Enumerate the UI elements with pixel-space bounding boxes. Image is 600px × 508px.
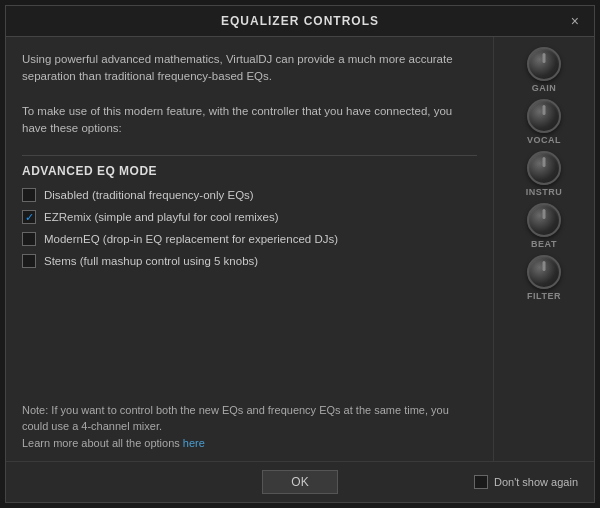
knob-instru[interactable] [527, 151, 561, 185]
option-disabled-label: Disabled (traditional frequency-only EQs… [44, 189, 254, 201]
knob-filter-container: FILTER [527, 255, 561, 301]
checkbox-disabled[interactable] [22, 188, 36, 202]
knob-vocal[interactable] [527, 99, 561, 133]
knob-vocal-label: VOCAL [527, 135, 561, 145]
note-text: Note: If you want to control both the ne… [22, 402, 477, 452]
knob-vocal-container: VOCAL [527, 99, 561, 145]
equalizer-dialog: EQUALIZER CONTROLS × Using powerful adva… [5, 5, 595, 503]
main-panel: Using powerful advanced mathematics, Vir… [6, 37, 494, 461]
option-ezremix[interactable]: EZRemix (simple and playful for cool rem… [22, 210, 477, 224]
dialog-title: EQUALIZER CONTROLS [221, 14, 379, 28]
description-text: Using powerful advanced mathematics, Vir… [22, 51, 477, 137]
dont-show-label: Don't show again [494, 476, 578, 488]
option-moderneq-label: ModernEQ (drop-in EQ replacement for exp… [44, 233, 338, 245]
option-ezremix-label: EZRemix (simple and playful for cool rem… [44, 211, 279, 223]
knob-filter-label: FILTER [527, 291, 561, 301]
checkbox-stems[interactable] [22, 254, 36, 268]
divider [22, 155, 477, 156]
knob-gain-container: GAIN [527, 47, 561, 93]
knob-instru-label: INSTRU [526, 187, 563, 197]
knob-instru-container: INSTRU [526, 151, 563, 197]
right-panel: GAIN VOCAL INSTRU BEAT FILTER [494, 37, 594, 461]
footer: OK Don't show again [6, 461, 594, 502]
option-stems-label: Stems (full mashup control using 5 knobs… [44, 255, 258, 267]
option-moderneq[interactable]: ModernEQ (drop-in EQ replacement for exp… [22, 232, 477, 246]
section-title: ADVANCED EQ MODE [22, 164, 477, 178]
knob-filter[interactable] [527, 255, 561, 289]
dont-show-container[interactable]: Don't show again [474, 475, 578, 489]
knob-beat[interactable] [527, 203, 561, 237]
knob-beat-label: BEAT [531, 239, 557, 249]
note-section: Note: If you want to control both the ne… [22, 394, 477, 452]
option-disabled[interactable]: Disabled (traditional frequency-only EQs… [22, 188, 477, 202]
knob-beat-container: BEAT [527, 203, 561, 249]
content-area: Using powerful advanced mathematics, Vir… [6, 37, 594, 461]
option-list: Disabled (traditional frequency-only EQs… [22, 188, 477, 268]
knob-gain[interactable] [527, 47, 561, 81]
checkbox-moderneq[interactable] [22, 232, 36, 246]
option-stems[interactable]: Stems (full mashup control using 5 knobs… [22, 254, 477, 268]
close-button[interactable]: × [566, 12, 584, 30]
title-bar: EQUALIZER CONTROLS × [6, 6, 594, 37]
knob-gain-label: GAIN [532, 83, 557, 93]
ok-button[interactable]: OK [262, 470, 337, 494]
dont-show-checkbox[interactable] [474, 475, 488, 489]
learn-more-link[interactable]: here [183, 437, 205, 449]
checkbox-ezremix[interactable] [22, 210, 36, 224]
